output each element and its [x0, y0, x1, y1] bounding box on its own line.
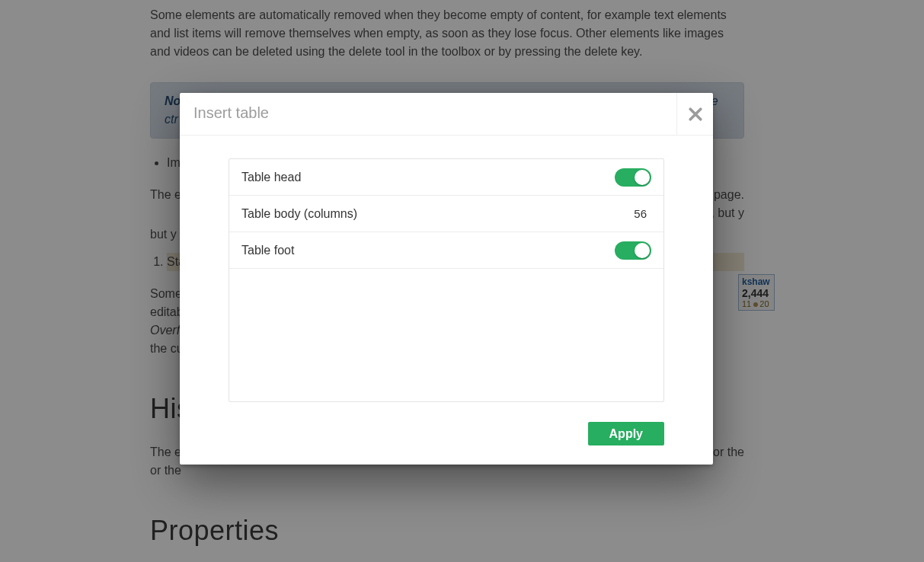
option-row-table-head: Table head: [229, 159, 663, 196]
option-row-table-body: Table body (columns) 56: [229, 196, 663, 232]
apply-button[interactable]: Apply: [588, 422, 664, 445]
option-label: Table head: [241, 171, 301, 184]
close-icon: [689, 107, 702, 121]
option-row-table-foot: Table foot: [229, 232, 663, 269]
table-foot-toggle[interactable]: [615, 241, 651, 260]
option-label: Table foot: [241, 244, 294, 257]
table-head-toggle[interactable]: [615, 168, 651, 187]
dialog-header: Insert table: [180, 93, 713, 136]
dialog-footer: Apply: [180, 411, 713, 445]
dialog-title: Insert table: [180, 93, 283, 135]
toggle-knob: [635, 243, 650, 258]
insert-table-dialog: Insert table Table head Table body (colu…: [180, 93, 713, 465]
close-button[interactable]: [676, 93, 713, 135]
toggle-knob: [635, 170, 650, 185]
dialog-body: Table head Table body (columns) 56 Table…: [180, 136, 713, 411]
options-box: Table head Table body (columns) 56 Table…: [229, 158, 664, 402]
table-body-columns-value[interactable]: 56: [624, 207, 647, 220]
option-label: Table body (columns): [241, 207, 357, 221]
